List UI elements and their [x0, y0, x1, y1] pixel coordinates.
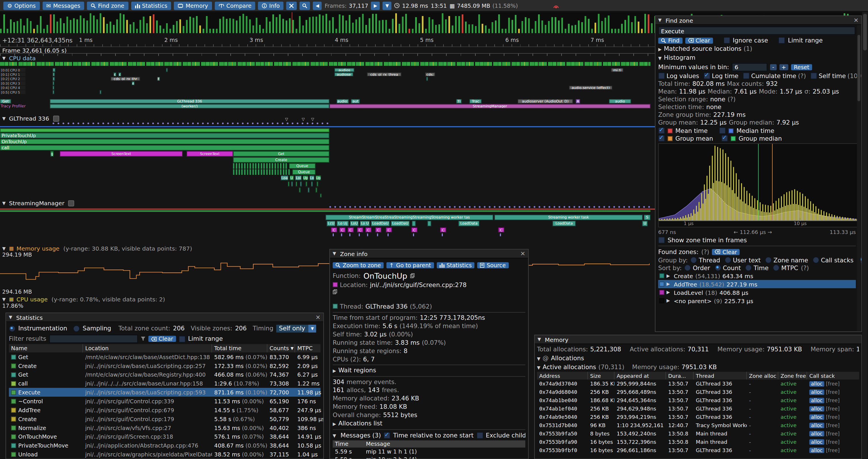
mean-time-checkbox[interactable]: [658, 127, 665, 134]
group-by-option[interactable]: Zone name: [765, 256, 808, 264]
glthread-header[interactable]: ▼GLThread 336: [2, 115, 59, 122]
limit-range-checkbox[interactable]: [179, 335, 185, 342]
alloc-callstack-button[interactable]: alloc: [809, 415, 824, 420]
min-bin-input[interactable]: [732, 63, 767, 71]
statistics-row[interactable]: Get /mnt/e/claw/src/claw/base/AssetDict.…: [9, 353, 320, 361]
allocation-row[interactable]: 0x7531d7b040 96 KB 1:10 234,952,161 12:4…: [537, 421, 859, 429]
find-zone-scrollbar[interactable]: [857, 25, 861, 331]
clear-filter-button[interactable]: Clear: [148, 336, 176, 342]
find-zone-titlebar[interactable]: ▼Find zone×: [655, 16, 861, 25]
col-appeared-at[interactable]: Appeared at: [614, 372, 666, 380]
zone-segment[interactable]: U: [642, 221, 648, 226]
zone-segment[interactable]: Lo Uj: [337, 221, 349, 226]
close-icon[interactable]: ×: [520, 251, 525, 257]
cpu-zone-segment[interactable]: [166, 68, 168, 72]
options-button[interactable]: ⚙Options: [3, 1, 40, 10]
zone-segment[interactable]: C: [357, 227, 363, 232]
clear-found-button[interactable]: Clear: [712, 249, 740, 255]
statistics-row[interactable]: Create jni/../jni/src/guif/Control.cpp:1…: [9, 415, 320, 423]
cpu-zone-segment[interactable]: cds_ol_rx_threa: [367, 72, 401, 76]
zone-segment[interactable]: Create: [233, 157, 329, 162]
cpu-zone-segment[interactable]: audio.service (effect): [569, 86, 612, 90]
statistics-row[interactable]: PrivateTouchMove jni/../jni/application/…: [9, 441, 320, 450]
zone-segment[interactable]: C: [440, 227, 446, 232]
statistics-row[interactable]: OnTouchMove jni/../jni/src/guif/Screen.c…: [9, 432, 320, 441]
main-scrollbar[interactable]: [863, 12, 867, 458]
zone-segment[interactable]: Up: [303, 175, 308, 180]
statistics-row[interactable]: AddTree jni/../jni/src/guif/Control.cpp:…: [9, 405, 320, 415]
zone-segment[interactable]: [308, 188, 310, 192]
memory-usage-plot-header[interactable]: ▼▦Memory usage(y-range: 30.88 KB, visibl…: [2, 245, 192, 252]
zone-segment[interactable]: ScreenText: [60, 151, 183, 157]
histogram-collapser[interactable]: ▼Histogram: [658, 54, 856, 63]
found-zone-group[interactable]: ▶ LoadLevel (18) 406.88 µs: [658, 288, 856, 297]
sort-by-option[interactable]: Time: [745, 264, 769, 271]
go-to-parent-button[interactable]: ↑Go to parent: [386, 262, 434, 268]
zone-segment[interactable]: [316, 182, 318, 186]
col-name[interactable]: Name: [9, 344, 83, 353]
zone-segment[interactable]: LcU: [327, 221, 336, 226]
exclude-children-checkbox[interactable]: [476, 432, 483, 438]
group-median-checkbox[interactable]: [721, 135, 728, 141]
cpu-zone-segment[interactable]: [100, 90, 101, 94]
allocation-row[interactable]: 0x7553b9fa90 16 bytes 153,722,396ns 13:5…: [537, 437, 859, 446]
alloc-callstack-button[interactable]: alloc: [809, 431, 824, 436]
sort-by-option[interactable]: Order: [684, 264, 710, 271]
allocation-row[interactable]: 0x74ab1be040 186.68 KB 294,645,364ns 13:…: [537, 396, 859, 404]
wait-regions-collapser[interactable]: ▶Wait regions: [333, 366, 525, 375]
allocation-row[interactable]: 0x74ab9e5040 256 KB 293,994,219ns 13:50.…: [537, 413, 859, 421]
statistics-row[interactable]: ~Control jni/../jni/src/guif/Control.cpp…: [9, 397, 320, 405]
cpu-zone-segment[interactable]: audioserver (AudioOut_D): [518, 99, 573, 103]
filter-funnel-icon[interactable]: [141, 336, 145, 341]
zone-segment[interactable]: Get: [233, 151, 329, 157]
statistics-titlebar[interactable]: ▼Statistics×: [6, 313, 323, 322]
cpu-zone-segment[interactable]: (worker/): [50, 104, 329, 108]
zone-segment[interactable]: Queue: [289, 163, 316, 169]
zone-segment[interactable]: [291, 182, 293, 186]
log-values-checkbox[interactable]: [658, 72, 665, 79]
zoom-to-zone-button[interactable]: Zoom to zone: [333, 262, 383, 268]
close-icon[interactable]: ×: [315, 314, 320, 320]
col-counts[interactable]: Counts▼: [268, 344, 295, 353]
col-duration[interactable]: Dura...: [666, 372, 694, 380]
show-zone-time-checkbox[interactable]: [658, 237, 665, 243]
instrumentation-radio[interactable]: [9, 325, 16, 332]
message-row[interactable]: 5.59 smip 10 w 2 h 2 (4): [333, 455, 525, 459]
col-zone-alloc[interactable]: Zone alloc: [747, 372, 778, 380]
cpu-zone-segment[interactable]: c: [118, 72, 121, 76]
zone-segment[interactable]: Lo: [309, 175, 314, 180]
median-time-checkbox[interactable]: [719, 127, 726, 134]
zone-segment[interactable]: [316, 188, 317, 192]
active-allocations-collapser[interactable]: ▼Active allocations(70,311)Memory usage:…: [537, 363, 859, 372]
zoom-tool-button[interactable]: [300, 1, 310, 10]
cpu-zone-segment[interactable]: cds_ol_rx_thr: [111, 77, 140, 81]
zone-segment[interactable]: g: [50, 151, 54, 157]
memory-button[interactable]: Memory: [174, 1, 212, 10]
found-zone-group[interactable]: ▶ AddTree (18,542) 227.19 ms: [658, 280, 856, 288]
memory-titlebar[interactable]: ▼Memory: [535, 335, 861, 344]
statistics-row[interactable]: Get /mnt/e/claw/src/claw/base/Registry.h…: [9, 370, 320, 379]
sort-by-option[interactable]: Count: [715, 264, 741, 271]
alloc-callstack-button[interactable]: alloc: [809, 390, 824, 395]
cpu-zone-segment[interactable]: e: [132, 81, 135, 85]
ghost-zones-icon[interactable]: [68, 200, 74, 206]
alloc-callstack-button[interactable]: alloc: [809, 423, 824, 428]
zone-segment[interactable]: ScreenText: [187, 151, 233, 157]
zone-segment[interactable]: [320, 194, 322, 197]
find-button[interactable]: Find: [658, 37, 682, 43]
zone-info-titlebar[interactable]: ▼Zone info×: [330, 250, 528, 258]
zone-segment[interactable]: [427, 221, 431, 226]
allocation-row[interactable]: 0x74a9d37040 186.35 KB 295,999,844ns 13:…: [537, 380, 859, 388]
frame-dropdown-button[interactable]: ▼: [382, 1, 392, 10]
ghost-zones-icon[interactable]: [53, 116, 59, 122]
col-address[interactable]: Address: [537, 372, 588, 380]
cpu-zone-segment[interactable]: audio:: [337, 99, 349, 103]
col-thread[interactable]: Thread: [694, 372, 747, 380]
alloc-callstack-button[interactable]: alloc: [809, 439, 824, 445]
prev-frame-button[interactable]: ◀: [313, 1, 322, 10]
zone-time-histogram[interactable]: 1 µs 10 µs: [658, 143, 859, 227]
zone-segment[interactable]: [412, 221, 415, 226]
zone-segment[interactable]: C: [339, 227, 345, 232]
statistics-row[interactable]: Normalize jni/../jni/src/claw/vfs/Vfs.cp…: [9, 423, 320, 432]
statistics-row[interactable]: call jni/../jni/../../../src/claw/base/L…: [9, 379, 320, 388]
